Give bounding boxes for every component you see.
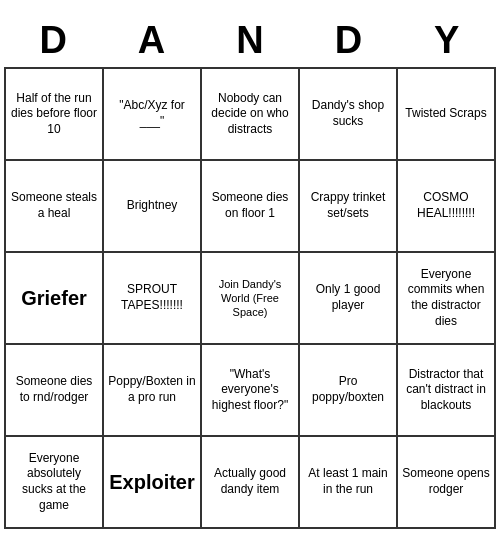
- bingo-cell-5[interactable]: Someone steals a heal: [6, 161, 104, 253]
- bingo-cell-10[interactable]: Griefer: [6, 253, 104, 345]
- bingo-cell-12[interactable]: Join Dandy's World (Free Space): [202, 253, 300, 345]
- bingo-cell-9[interactable]: COSMO HEAL!!!!!!!!: [398, 161, 496, 253]
- bingo-cell-19[interactable]: Distractor that can't distract in blacko…: [398, 345, 496, 437]
- header-d2: D: [301, 15, 395, 65]
- header-n: N: [203, 15, 297, 65]
- bingo-cell-18[interactable]: Pro poppy/boxten: [300, 345, 398, 437]
- bingo-cell-23[interactable]: At least 1 main in the run: [300, 437, 398, 529]
- bingo-cell-24[interactable]: Someone opens rodger: [398, 437, 496, 529]
- bingo-grid: Half of the run dies before floor 10"Abc…: [4, 67, 496, 529]
- bingo-cell-6[interactable]: Brightney: [104, 161, 202, 253]
- bingo-cell-1[interactable]: "Abc/Xyz for ___": [104, 69, 202, 161]
- bingo-cell-8[interactable]: Crappy trinket set/sets: [300, 161, 398, 253]
- bingo-cell-4[interactable]: Twisted Scraps: [398, 69, 496, 161]
- bingo-cell-2[interactable]: Nobody can decide on who distracts: [202, 69, 300, 161]
- header-y: Y: [400, 15, 494, 65]
- bingo-cell-3[interactable]: Dandy's shop sucks: [300, 69, 398, 161]
- bingo-cell-21[interactable]: Exploiter: [104, 437, 202, 529]
- bingo-cell-13[interactable]: Only 1 good player: [300, 253, 398, 345]
- bingo-cell-20[interactable]: Everyone absolutely sucks at the game: [6, 437, 104, 529]
- bingo-card: D A N D Y Half of the run dies before fl…: [0, 11, 500, 533]
- bingo-cell-7[interactable]: Someone dies on floor 1: [202, 161, 300, 253]
- bingo-cell-0[interactable]: Half of the run dies before floor 10: [6, 69, 104, 161]
- header-a: A: [105, 15, 199, 65]
- bingo-cell-14[interactable]: Everyone commits when the distractor die…: [398, 253, 496, 345]
- bingo-cell-22[interactable]: Actually good dandy item: [202, 437, 300, 529]
- bingo-cell-11[interactable]: SPROUT TAPES!!!!!!!: [104, 253, 202, 345]
- bingo-cell-17[interactable]: "What's everyone's highest floor?": [202, 345, 300, 437]
- bingo-cell-16[interactable]: Poppy/Boxten in a pro run: [104, 345, 202, 437]
- header-d1: D: [6, 15, 100, 65]
- bingo-header: D A N D Y: [4, 15, 496, 65]
- bingo-cell-15[interactable]: Someone dies to rnd/rodger: [6, 345, 104, 437]
